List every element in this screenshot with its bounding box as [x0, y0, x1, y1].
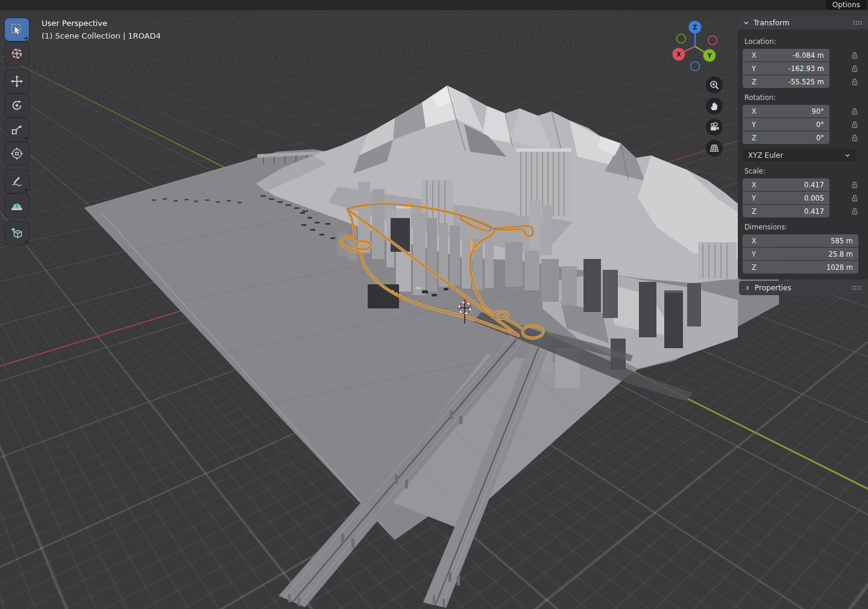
lock-icon[interactable] — [850, 193, 860, 203]
view-perspective-label: User Perspective — [42, 19, 107, 28]
select-box-icon — [10, 22, 24, 37]
lock-icon[interactable] — [850, 64, 860, 73]
lock-icon[interactable] — [850, 51, 860, 60]
hand-icon — [709, 101, 720, 111]
grid-projection-icon — [709, 143, 720, 154]
scale-x-field[interactable]: X 0.417 — [743, 178, 829, 191]
location-y-field[interactable]: Y -162.93 m — [743, 62, 829, 75]
gizmo-neg-x-ball[interactable] — [708, 36, 717, 45]
lock-icon[interactable] — [850, 133, 860, 143]
location-label: Location: — [744, 37, 863, 46]
measure-icon — [10, 198, 24, 213]
dimensions-label: Dimensions: — [744, 223, 863, 231]
rotation-rows: X 90° Y 0° Z 0° — [743, 105, 863, 144]
rotation-y-field[interactable]: Y 0° — [743, 118, 829, 131]
dimensions-rows: X 585 m Y 25.8 m Z 1028 m — [743, 234, 863, 273]
scale-y-field[interactable]: Y 0.005 — [743, 192, 829, 204]
gizmo-x-label: X — [676, 51, 681, 58]
panel-title: Transform — [753, 19, 790, 27]
select-box-tool-button[interactable] — [5, 18, 29, 41]
rotation-x-field[interactable]: X 90° — [743, 105, 829, 117]
tool-options-indicator — [24, 240, 27, 243]
lock-icon[interactable] — [850, 180, 860, 190]
rotation-mode-dropdown[interactable]: XYZ Euler — [743, 149, 856, 161]
transform-tool-button[interactable] — [5, 142, 29, 165]
panel-grip-icon[interactable] — [852, 286, 861, 290]
rotation-z-field[interactable]: Z 0° — [743, 131, 829, 144]
lock-icon[interactable] — [850, 207, 860, 216]
dimensions-x-field[interactable]: X 585 m — [743, 234, 858, 247]
gizmo-neg-y-ball[interactable] — [677, 34, 686, 43]
lock-icon[interactable] — [850, 77, 860, 87]
transform-icon — [10, 146, 24, 161]
add-cube-tool-button[interactable] — [5, 222, 29, 245]
lock-icon[interactable] — [850, 120, 860, 130]
chevron-down-icon — [844, 152, 851, 158]
transform-panel: Transform Location: X -6.084 m Y -162.93… — [738, 16, 868, 280]
location-rows: X -6.084 m Y -162.93 m Z -55.525 m — [743, 49, 863, 88]
camera-icon — [709, 122, 720, 133]
scene-collection-breadcrumb: (1) Scene Collection | 1ROAD4 — [42, 31, 161, 40]
navigation-gizmo[interactable]: Z X Y — [665, 17, 725, 77]
scale-tool-button[interactable] — [5, 118, 29, 141]
transform-panel-header[interactable]: Transform — [738, 16, 868, 30]
measure-tool-button[interactable] — [5, 194, 29, 217]
add-cube-icon — [10, 226, 24, 240]
viewport-nav-buttons — [706, 77, 723, 157]
scale-icon — [10, 122, 24, 137]
scale-rows: X 0.417 Y 0.005 Z 0.417 — [743, 178, 863, 217]
dimensions-y-field[interactable]: Y 25.8 m — [743, 248, 858, 260]
viewport-header-bar — [0, 0, 868, 10]
scale-z-field[interactable]: Z 0.417 — [743, 205, 829, 217]
blender-window: Options — [0, 0, 868, 609]
pan-button[interactable] — [706, 98, 723, 114]
location-x-field[interactable]: X -6.084 m — [743, 49, 829, 61]
lock-icon[interactable] — [850, 107, 860, 116]
move-icon — [10, 74, 24, 89]
gizmo-y-label: Y — [706, 52, 712, 59]
location-z-field[interactable]: Z -55.525 m — [743, 75, 829, 88]
scale-label: Scale: — [744, 167, 863, 175]
tool-options-indicator — [24, 188, 27, 191]
tool-options-indicator — [24, 36, 27, 39]
properties-panel-header[interactable]: Properties — [739, 281, 867, 295]
panel-grip-icon[interactable] — [853, 20, 863, 25]
camera-view-button[interactable] — [706, 119, 723, 136]
chevron-right-icon — [744, 285, 750, 291]
chevron-down-icon — [743, 20, 749, 26]
cursor-3d-icon — [10, 46, 24, 61]
gizmo-z-label: Z — [693, 24, 697, 31]
tool-options-indicator — [24, 136, 27, 139]
rotation-label: Rotation: — [744, 93, 863, 102]
options-button[interactable]: Options — [826, 0, 867, 10]
annotate-tool-button[interactable] — [5, 170, 29, 193]
rotate-icon — [10, 98, 24, 113]
gizmo-neg-z-ball[interactable] — [691, 62, 700, 71]
zoom-icon — [709, 80, 720, 90]
zoom-button[interactable] — [706, 77, 723, 93]
rotate-tool-button[interactable] — [5, 94, 29, 117]
projection-toggle-button[interactable] — [706, 140, 723, 157]
tool-bar — [5, 18, 29, 246]
panel-title: Properties — [755, 284, 791, 292]
dimensions-z-field[interactable]: Z 1028 m — [743, 261, 858, 273]
cursor-tool-button[interactable] — [5, 42, 29, 65]
move-tool-button[interactable] — [5, 70, 29, 93]
annotate-icon — [10, 174, 24, 189]
